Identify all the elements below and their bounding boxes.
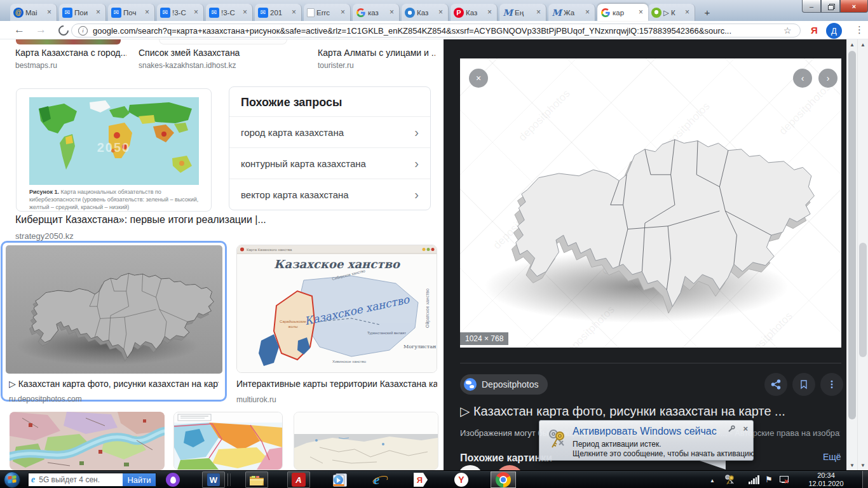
tab-pinterest[interactable]: PКаз× [451, 4, 498, 21]
back-button[interactable]: ← [14, 24, 25, 36]
preview-title[interactable]: ▷ Казахстан карта фото, рисунки казахста… [460, 403, 840, 419]
related-query-item[interactable]: контурный карта казахстана › [229, 147, 430, 179]
tab-google-1[interactable]: каз× [353, 4, 400, 21]
taskbar-app-mediaplayer[interactable] [328, 471, 351, 488]
address-bar[interactable]: i google.com/search?q=карта+казахстана+р… [71, 24, 801, 37]
scroll-up-icon[interactable]: ▲ [858, 39, 868, 50]
taskbar-search[interactable]: e Найти [28, 473, 156, 487]
source-site-button[interactable]: Depositphotos [460, 374, 548, 395]
taskbar-app-yandex-search[interactable]: Я [409, 471, 432, 488]
tab-close-icon[interactable]: × [683, 8, 691, 17]
tab-close-icon[interactable]: × [637, 8, 645, 17]
tab-close-icon[interactable]: × [388, 8, 396, 17]
tab-mail-5[interactable]: ✉201× [255, 4, 302, 21]
search-go-button[interactable]: Найти [123, 473, 156, 486]
preview-image[interactable]: depositphotos depositphotos depositphoto… [460, 58, 841, 348]
tab-mail-1[interactable]: ✉Пои× [59, 4, 106, 21]
taskbar-app-explorer[interactable] [245, 471, 268, 488]
taskbar-app-chrome[interactable] [491, 471, 516, 488]
related-query-item[interactable]: вектор карта казахстана › [229, 179, 430, 210]
taskbar-app-acrobat[interactable]: A [287, 471, 310, 488]
result-image-khanate[interactable]: Карта Казахского ханства Казахское ханст… [236, 245, 437, 373]
related-query-item[interactable]: город карта казахстана › [229, 116, 430, 147]
result-image-regions[interactable] [173, 412, 283, 470]
scrollbar-thumb[interactable] [859, 243, 867, 357]
related-query-label[interactable]: вектор карта казахстана [241, 189, 414, 200]
tab-mail-2[interactable]: ✉Поч× [108, 4, 155, 21]
tab-close-icon[interactable]: × [290, 8, 298, 17]
result-title[interactable]: ▷ Казахстан карта фото, рисунки казахста… [9, 379, 219, 389]
scroll-down-icon[interactable]: ▼ [858, 460, 868, 470]
tab-mail-4[interactable]: ✉!3-C× [206, 4, 253, 21]
tab-close-icon[interactable]: × [94, 8, 102, 17]
more-link[interactable]: Ещё [823, 452, 841, 462]
result-image-sliver[interactable] [16, 39, 121, 44]
tab-close-icon[interactable]: × [485, 8, 494, 17]
popup-close-icon[interactable]: × [743, 424, 748, 433]
selected-result-card[interactable]: ▷ Казахстан карта фото, рисунки казахста… [1, 241, 227, 402]
minimize-button[interactable]: – [802, 0, 821, 13]
popup-wrench-icon[interactable] [728, 425, 735, 433]
result-title[interactable]: Карта Алматы с улицами и ... [318, 48, 435, 58]
tab-close-icon[interactable]: × [143, 8, 151, 17]
tab-close-icon[interactable]: × [534, 8, 543, 17]
result-title[interactable]: Интерактивные карты территории Казахстан… [236, 379, 437, 389]
result-caption[interactable]: Карта Казахстана с город... bestmaps.ru [15, 48, 126, 70]
restore-button[interactable] [821, 0, 840, 13]
scroll-up-icon[interactable]: ▲ [847, 39, 857, 50]
related-query-label[interactable]: контурный карта казахстана [241, 158, 414, 169]
hidden-icons-button[interactable]: ▲ [708, 476, 717, 484]
tab-close-icon[interactable]: × [583, 8, 592, 17]
selected-result-image[interactable] [6, 245, 222, 374]
taskbar-app-ie[interactable]: e [369, 471, 391, 488]
preview-next-button[interactable]: › [818, 69, 837, 88]
scroll-down-icon[interactable]: ▼ [847, 460, 857, 470]
forward-button[interactable]: → [36, 24, 46, 36]
tab-video[interactable]: ▷ К× [648, 4, 695, 21]
search-input[interactable] [37, 475, 123, 485]
tab-close-icon[interactable]: × [339, 8, 347, 17]
result-title[interactable]: Список змей Казахстана [139, 48, 285, 58]
result-title[interactable]: Киберщит Казахстана»: первые итоги реали… [15, 214, 428, 226]
result-image-sliver[interactable] [159, 39, 287, 44]
start-button[interactable] [4, 471, 20, 488]
tab-google-active[interactable]: кар× [597, 4, 648, 21]
result-image-citymap[interactable] [10, 412, 165, 470]
tray-activation-keys-icon[interactable] [724, 474, 736, 485]
bookmark-star-icon[interactable]: ☆ [783, 25, 794, 36]
page-scrollbar[interactable]: ▲ ▼ [857, 39, 868, 470]
tab-close-icon[interactable]: × [241, 8, 249, 17]
tab-close-icon[interactable]: × [437, 8, 445, 17]
taskbar-app-yandex-browser[interactable]: Y [450, 471, 473, 488]
result-card-cybermap[interactable]: 2050 Рисунок 1. Карта национальных обяза… [16, 88, 212, 212]
tray-action-center-icon[interactable]: ⚑ [764, 474, 773, 484]
popup-title[interactable]: Активировать Windows сейчас [573, 426, 717, 437]
result-title[interactable]: Карта Казахстана с город... [15, 48, 126, 58]
site-info-icon[interactable]: i [78, 26, 88, 36]
related-query-label[interactable]: город карта казахстана [241, 127, 414, 138]
show-desktop-button[interactable] [862, 471, 868, 488]
result-image-contour[interactable] [294, 412, 438, 470]
preview-close-button[interactable]: × [469, 69, 488, 88]
more-options-button[interactable] [820, 373, 843, 396]
taskbar-app-disk[interactable] [161, 471, 184, 488]
share-button[interactable] [764, 373, 787, 396]
new-tab-button[interactable]: + [699, 5, 715, 19]
tab-zhan[interactable]: МЖа× [548, 4, 595, 21]
tray-clock[interactable]: 20:34 12.01.2020 [798, 471, 854, 488]
windows-activation-popup[interactable]: Активировать Windows сейчас Период актив… [539, 420, 754, 461]
tab-close-icon[interactable]: × [192, 8, 200, 17]
tab-kaz-1[interactable]: Каз× [402, 4, 449, 21]
tray-signal-icon[interactable] [749, 475, 759, 484]
tab-mail-3[interactable]: ✉!3-C× [157, 4, 204, 21]
result-caption[interactable]: Карта Алматы с улицами и ... tourister.r… [318, 48, 435, 70]
tray-network-error-icon[interactable]: × [778, 474, 790, 484]
taskbar-app-word[interactable]: W [202, 471, 225, 488]
scrollbar-thumb[interactable] [848, 51, 856, 419]
tab-enbek[interactable]: МЕң× [499, 4, 546, 21]
tab-error[interactable]: Errc× [304, 4, 351, 21]
bookmark-button[interactable] [792, 373, 815, 396]
browser-menu-icon[interactable]: ⋮ [855, 24, 864, 36]
preview-prev-button[interactable]: ‹ [793, 69, 812, 88]
yandex-extension-icon[interactable]: Я [811, 25, 818, 36]
